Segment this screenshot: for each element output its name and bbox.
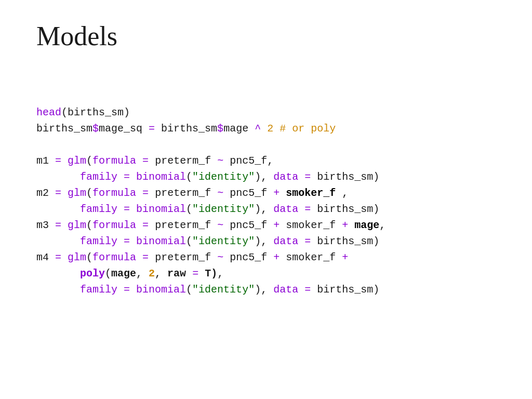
page: Models head(births_sm) births_sm$mage_sq… xyxy=(0,0,532,399)
code-block: head(births_sm) births_sm$mage_sq = birt… xyxy=(36,72,496,314)
line-m3-family: family = binomial("identity"), data = bi… xyxy=(36,235,379,247)
line-m1-family: family = binomial("identity"), data = bi… xyxy=(36,171,379,183)
line-m3: m3 = glm(formula = preterm_f ~ pnc5_f + … xyxy=(36,219,385,231)
line-m4: m4 = glm(formula = preterm_f ~ pnc5_f + … xyxy=(36,251,348,263)
line-head: head(births_sm) xyxy=(36,107,130,118)
line-m4-poly: poly(mage, 2, raw = T), xyxy=(36,268,223,280)
page-title: Models xyxy=(36,21,496,51)
line-m2: m2 = glm(formula = preterm_f ~ pnc5_f + … xyxy=(36,187,348,199)
line-m4-family: family = binomial("identity"), data = bi… xyxy=(36,284,379,296)
line-m2-family: family = binomial("identity"), data = bi… xyxy=(36,203,379,215)
line-births-mage: births_sm$mage_sq = births_sm$mage ^ 2 #… xyxy=(36,123,336,135)
line-m1: m1 = glm(formula = preterm_f ~ pnc5_f, xyxy=(36,155,273,167)
